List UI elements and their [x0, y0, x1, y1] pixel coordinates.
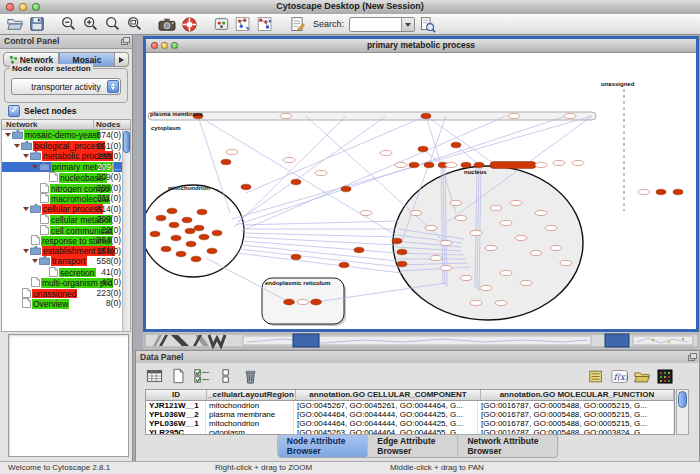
formula-builder-icon[interactable]: f(x): [609, 367, 629, 385]
tree-scrollbar[interactable]: [122, 130, 130, 331]
compartment-label-nucleus: nucleus: [464, 169, 487, 175]
node-color-dropdown[interactable]: transporter activity: [11, 78, 121, 95]
table-scrollbar[interactable]: [676, 389, 689, 435]
tab-network-attribute-browser[interactable]: Network Attribute Browser: [458, 435, 557, 457]
zoom-in-icon[interactable]: [81, 15, 101, 33]
tree-row[interactable]: cell communicat22(0): [2, 225, 130, 236]
zoom-out-icon[interactable]: [59, 15, 79, 33]
network-view-window[interactable]: primary metabolic process: [143, 36, 699, 332]
table-cell: [GO:0016787, GO:0005488, GO:0005215, G..…: [478, 419, 674, 428]
table-row[interactable]: YJR121W__1mitochondrion[GO:0045267, GO:0…: [146, 401, 674, 410]
zoom-fit-icon[interactable]: [103, 15, 123, 33]
column-header[interactable]: _cellularLayoutRegion: [207, 390, 296, 400]
tab-edge-attribute-browser[interactable]: Edge Attribute Browser: [368, 435, 458, 457]
zoom-selected-region-icon[interactable]: [125, 15, 145, 33]
save-session-icon[interactable]: [27, 15, 47, 33]
column-header[interactable]: annotation.GO MOLECULAR_FUNCTION: [481, 390, 674, 400]
table-cell: [GO:0016787, GO:0005488, GO:0005215, G..…: [478, 401, 674, 410]
table-cell: plasma membrane: [206, 410, 294, 419]
search-input[interactable]: [351, 18, 401, 31]
modify-network-icon[interactable]: [233, 15, 253, 33]
compartment-label-cytoplasm: cytoplasm: [151, 125, 181, 131]
tree-row[interactable]: metabolic process280(0): [2, 151, 130, 162]
delete-attribute-trash-icon[interactable]: [240, 367, 260, 385]
merge-network-icon[interactable]: [255, 15, 275, 33]
tree-row[interactable]: multi-organism pro42(0): [2, 277, 130, 288]
table-row[interactable]: YPL036W__2plasma membrane[GO:0044464, GO…: [146, 410, 674, 419]
tab-node-attribute-browser[interactable]: Node Attribute Browser: [278, 435, 369, 457]
snapshot-camera-icon[interactable]: [157, 15, 177, 33]
network-tree-header: Network Nodes: [1, 119, 131, 130]
tree-row[interactable]: transport558(0): [2, 256, 130, 267]
table-row[interactable]: YPL036W__1mitochondrion[GO:0044464, GO:0…: [146, 419, 674, 428]
annotation-form-icon[interactable]: [287, 15, 307, 33]
document-icon: [40, 183, 49, 194]
tree-row-label: mosaic-demo-yeast: [24, 130, 100, 140]
float-panel-icon[interactable]: [688, 353, 696, 360]
tree-row[interactable]: Overview8(0): [2, 298, 130, 309]
tree-row[interactable]: secretion41(0): [2, 267, 130, 278]
folder-icon: [39, 256, 50, 267]
tree-row[interactable]: nucleobase-209(0): [2, 172, 130, 183]
tree-row-node-count: 22(0): [101, 225, 121, 236]
dropdown-stepper-icon[interactable]: [107, 80, 119, 93]
tree-row[interactable]: nitrogen compo209(0): [2, 183, 130, 194]
node-color-selection-group: Node color selection transporter activit…: [4, 68, 128, 103]
network-tab-icon: [9, 55, 18, 64]
tree-row[interactable]: cellular metabol209(0): [2, 214, 130, 225]
search-combo[interactable]: [349, 17, 415, 32]
cytopanel-icon[interactable]: [211, 15, 231, 33]
import-attributes-icon[interactable]: [586, 367, 606, 385]
expand-arrow-icon[interactable]: [23, 207, 29, 211]
tree-row-node-count: 42(0): [101, 277, 121, 288]
expand-arrow-icon[interactable]: [32, 165, 38, 169]
column-header[interactable]: annotation.GO CELLULAR_COMPONENT: [296, 390, 481, 400]
enhanced-search-icon[interactable]: [417, 15, 437, 33]
tree-row-node-count: 209(...: [97, 162, 121, 173]
matrix-icon[interactable]: [655, 367, 675, 385]
birds-eye-view[interactable]: [8, 334, 129, 457]
expand-arrow-icon[interactable]: [23, 249, 29, 253]
document-icon: [31, 235, 40, 246]
tree-row[interactable]: mosaic-demo-yeast874(0): [2, 130, 130, 141]
network-window-titlebar[interactable]: primary metabolic process: [146, 39, 696, 53]
open-file-icon[interactable]: [5, 15, 25, 33]
tree-row[interactable]: establishment of lo558(0): [2, 246, 130, 257]
tree-row-label: biological_process: [33, 141, 105, 151]
document-icon: [40, 214, 49, 225]
tree-row[interactable]: cellular process614(0): [2, 204, 130, 215]
tree-column-nodes[interactable]: Nodes: [94, 120, 130, 129]
attribute-table[interactable]: ID_cellularLayoutRegionannotation.GO CEL…: [145, 389, 675, 435]
unselect-attributes-icon[interactable]: [216, 367, 236, 385]
document-icon: [22, 298, 31, 309]
network-window-title: primary metabolic process: [146, 40, 696, 50]
tree-row[interactable]: response to stimul264(0): [2, 235, 130, 246]
tab-overflow-button[interactable]: [115, 52, 129, 67]
expand-arrow-icon[interactable]: [14, 144, 20, 148]
tree-column-network[interactable]: Network: [2, 120, 94, 129]
column-header[interactable]: ID: [146, 390, 207, 400]
control-panel-header: Control Panel: [0, 35, 132, 49]
network-graph[interactable]: [146, 53, 696, 329]
tree-row[interactable]: unassigned223(0): [2, 288, 130, 299]
search-dropdown-icon[interactable]: [401, 18, 414, 31]
control-panel-title: Control Panel: [4, 36, 59, 46]
tree-row[interactable]: macromolecule311(0): [2, 193, 130, 204]
float-panel-icon[interactable]: [121, 37, 129, 44]
attribute-table-icon[interactable]: [144, 367, 164, 385]
help-lifering-icon[interactable]: [179, 15, 199, 33]
expand-arrow-icon[interactable]: [5, 133, 11, 137]
tree-row[interactable]: biological_process651(0): [2, 141, 130, 152]
folder-icon: [12, 130, 23, 141]
network-canvas[interactable]: plasma membrane cytoplasm mitochondrion …: [146, 53, 696, 329]
tree-row-node-count: 614(0): [96, 204, 121, 215]
expand-arrow-icon[interactable]: [32, 259, 38, 263]
tree-row[interactable]: primary metabol209(...: [2, 162, 130, 173]
create-attribute-icon[interactable]: [168, 367, 188, 385]
table-cell: YPL036W__2: [146, 410, 206, 419]
status-zoom-hint: Right-click + drag to ZOOM: [215, 463, 312, 472]
select-nodes-checkbox[interactable]: ✓: [8, 105, 20, 117]
select-attributes-icon[interactable]: [192, 367, 212, 385]
expand-arrow-icon[interactable]: [23, 154, 29, 158]
open-attribute-file-icon[interactable]: [632, 367, 652, 385]
